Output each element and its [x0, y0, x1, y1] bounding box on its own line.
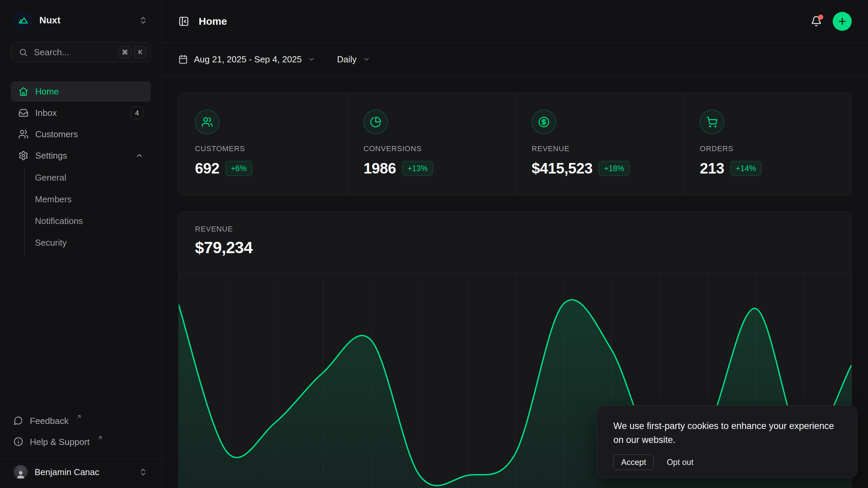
chevron-up-icon	[135, 151, 143, 160]
chevron-down-icon	[308, 56, 315, 63]
date-range-value: Aug 21, 2025 - Sep 4, 2025	[194, 54, 302, 65]
stat-conversions[interactable]: CONVERSIONS 1986 +13%	[347, 93, 515, 195]
workspace-name: Nuxt	[39, 15, 132, 26]
sidebar-subitem-general[interactable]: General	[35, 167, 151, 188]
external-link-icon	[76, 414, 82, 420]
topbar-left: Home	[178, 16, 227, 27]
kbd-k: K	[134, 46, 146, 58]
gear-icon	[18, 150, 28, 161]
sidebar-item-label: Inbox	[35, 108, 124, 118]
dashboard-page: Nuxt Search... ⌘ K Home	[0, 0, 868, 488]
sidebar-item-label: Feedback	[30, 416, 68, 426]
stat-value: 213	[700, 160, 724, 177]
message-circle-icon	[14, 416, 23, 425]
inbox-icon	[18, 108, 28, 118]
sidebar-item-label: Settings	[35, 150, 129, 161]
sidebar-nav: Home Inbox 4 Customers Settings	[11, 81, 151, 254]
cookie-message: We use first-party cookies to enhance yo…	[613, 419, 841, 447]
page-title: Home	[199, 16, 227, 27]
shopping-cart-icon	[700, 110, 724, 134]
plus-icon	[837, 16, 847, 26]
sidebar-item-customers[interactable]: Customers	[11, 124, 151, 144]
sidebar-subitem-notifications[interactable]: Notifications	[35, 210, 151, 232]
sidebar: Nuxt Search... ⌘ K Home	[0, 0, 162, 488]
stat-delta-badge: +14%	[730, 161, 761, 176]
sidebar-item-label: Help & Support	[30, 437, 90, 447]
stat-delta-badge: +13%	[402, 161, 433, 176]
chevrons-up-down-icon	[139, 16, 147, 25]
user-menu[interactable]: Benjamin Canac	[11, 459, 151, 485]
calendar-icon	[178, 55, 188, 64]
accept-button[interactable]: Accept	[613, 454, 654, 470]
pie-chart-icon	[363, 110, 388, 134]
chevron-down-icon	[363, 56, 370, 63]
house-icon	[18, 86, 28, 97]
sidebar-item-home[interactable]: Home	[11, 81, 151, 102]
cookie-actions: Accept Opt out	[613, 454, 841, 470]
stats-card: CUSTOMERS 692 +6% CONVERSIONS 1986 +13%	[178, 93, 852, 195]
settings-submenu: General Members Notifications Security	[11, 167, 151, 253]
users-icon	[195, 110, 219, 134]
info-circle-icon	[14, 437, 23, 446]
users-icon	[18, 129, 28, 139]
stat-value: $415,523	[532, 160, 593, 177]
stat-customers[interactable]: CUSTOMERS 692 +6%	[179, 93, 347, 195]
stat-delta-badge: +6%	[225, 161, 252, 176]
stat-label: CONVERSIONS	[363, 144, 421, 153]
inbox-count-badge: 4	[131, 106, 143, 119]
sidebar-item-feedback[interactable]: Feedback	[11, 411, 151, 432]
search-placeholder: Search...	[34, 47, 112, 58]
date-range-picker[interactable]: Aug 21, 2025 - Sep 4, 2025	[178, 54, 315, 65]
sidebar-collapse-icon[interactable]	[178, 16, 189, 27]
notifications-button[interactable]	[811, 16, 822, 27]
topbar-right	[811, 12, 852, 31]
sidebar-subitem-members[interactable]: Members	[35, 188, 151, 210]
topbar: Home	[162, 0, 868, 43]
user-name: Benjamin Canac	[35, 467, 132, 477]
revenue-chart-header: REVENUE $79,234	[179, 212, 851, 256]
stat-delta-badge: +18%	[599, 161, 630, 176]
revenue-chart-label: REVENUE	[195, 225, 835, 233]
filters-toolbar: Aug 21, 2025 - Sep 4, 2025 Daily	[162, 43, 868, 76]
sidebar-item-settings[interactable]: Settings	[11, 145, 151, 166]
notification-dot	[818, 15, 823, 20]
sidebar-item-inbox[interactable]: Inbox 4	[11, 103, 151, 123]
stat-label: ORDERS	[700, 144, 733, 153]
sidebar-item-label: Customers	[35, 129, 143, 140]
avatar	[14, 465, 28, 479]
stat-label: CUSTOMERS	[195, 144, 245, 153]
stat-revenue[interactable]: REVENUE $415,523 +18%	[515, 93, 683, 195]
chevrons-up-down-icon	[139, 468, 147, 476]
stat-value: 692	[195, 160, 219, 177]
revenue-chart-value: $79,234	[195, 240, 835, 256]
sidebar-item-help-support[interactable]: Help & Support	[11, 432, 151, 453]
add-button[interactable]	[833, 12, 852, 31]
stat-value: 1986	[363, 160, 396, 177]
stat-orders[interactable]: ORDERS 213 +14%	[683, 93, 851, 195]
workspace-selector[interactable]: Nuxt	[11, 8, 151, 33]
stat-label: REVENUE	[532, 144, 570, 153]
cookie-banner: We use first-party cookies to enhance yo…	[597, 405, 857, 478]
granularity-value: Daily	[337, 54, 357, 65]
circle-dollar-icon	[532, 110, 556, 134]
sidebar-spacer	[11, 254, 151, 411]
kbd-cmd: ⌘	[118, 46, 132, 58]
nuxt-logo-icon	[14, 11, 33, 30]
external-link-icon	[97, 435, 103, 441]
search-shortcut: ⌘ K	[118, 46, 146, 58]
search-input[interactable]: Search... ⌘ K	[11, 42, 151, 62]
granularity-select[interactable]: Daily	[337, 54, 370, 65]
opt-out-link[interactable]: Opt out	[667, 458, 693, 467]
search-icon	[19, 48, 28, 57]
sidebar-item-label: Home	[35, 86, 143, 97]
sidebar-subitem-security[interactable]: Security	[35, 232, 151, 253]
